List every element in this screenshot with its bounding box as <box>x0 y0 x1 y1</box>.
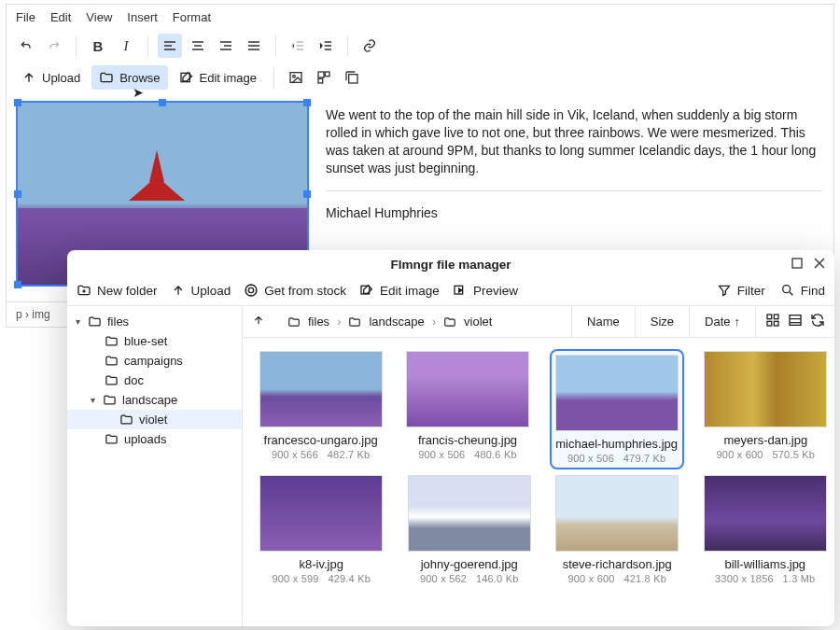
tree-node[interactable]: campaigns <box>67 351 242 371</box>
dialog-titlebar: Flmngr file manager <box>67 250 834 279</box>
resize-handle[interactable] <box>159 99 166 106</box>
align-right-button[interactable] <box>214 34 238 58</box>
get-from-stock-button[interactable]: Get from stock <box>244 283 346 298</box>
svg-rect-1 <box>290 73 301 83</box>
file-card-selected[interactable]: michael-humphries.jpg 900 x 506 479.7 Kb <box>552 351 682 468</box>
svg-rect-7 <box>792 259 802 268</box>
breadcrumb-path[interactable]: p › img <box>16 308 50 321</box>
article-author: Michael Humphries <box>326 204 822 222</box>
file-manager-dialog: Flmngr file manager New folder Upload Ge… <box>67 250 834 626</box>
edit-image-button[interactable]: Edit image <box>172 65 264 90</box>
menu-view[interactable]: View <box>86 10 112 24</box>
tree-node-violet[interactable]: violet <box>67 410 242 429</box>
crumb-item[interactable]: violet <box>464 315 492 329</box>
svg-rect-13 <box>767 315 772 319</box>
svg-rect-5 <box>318 78 323 83</box>
file-card[interactable]: meyers-dan.jpg 900 x 600 570.5 Kb <box>703 351 829 468</box>
upload-button-dialog[interactable]: Upload <box>171 283 231 298</box>
file-card[interactable]: johny-goerend.jpg 900 x 562 146.0 Kb <box>406 475 534 584</box>
align-left-button[interactable] <box>158 34 182 58</box>
menubar: File Edit View Insert Format <box>7 5 833 30</box>
align-center-button[interactable] <box>186 34 210 58</box>
menu-edit[interactable]: Edit <box>50 10 71 24</box>
edit-image-button-dialog[interactable]: Edit image <box>359 283 440 298</box>
breadcrumb-row: files › landscape › violet Name Size Dat… <box>243 306 834 338</box>
dialog-toolbar: New folder Upload Get from stock Edit im… <box>67 279 834 306</box>
browse-button[interactable]: Browse <box>91 65 167 90</box>
crumb-item[interactable]: files <box>308 315 329 329</box>
tree-node[interactable]: doc <box>67 371 242 390</box>
close-icon[interactable] <box>812 256 827 271</box>
arrow-up-icon: ↑ <box>735 315 741 329</box>
svg-point-12 <box>782 286 790 293</box>
resize-handle[interactable] <box>303 190 311 198</box>
align-justify-button[interactable] <box>242 34 266 58</box>
maximize-icon[interactable] <box>790 256 805 271</box>
file-grid: francesco-ungaro.jpg 900 x 566 482.7 Kb … <box>243 338 834 626</box>
svg-point-9 <box>245 285 257 296</box>
file-card[interactable]: bill-williams.jpg 3300 x 1856 1.3 Mb <box>702 475 830 584</box>
file-card[interactable]: francis-cheung.jpg 900 x 506 480.6 Kb <box>404 351 530 468</box>
resize-handle[interactable] <box>14 99 21 106</box>
resize-handle[interactable] <box>14 281 21 288</box>
svg-point-8 <box>249 287 254 292</box>
refresh-icon[interactable] <box>810 313 825 330</box>
svg-rect-14 <box>774 315 778 319</box>
upload-label: Upload <box>42 71 80 85</box>
thumbnail <box>704 475 827 552</box>
browse-label: Browse <box>119 71 160 85</box>
new-folder-button[interactable]: New folder <box>77 283 158 298</box>
menu-file[interactable]: File <box>16 10 35 24</box>
svg-rect-15 <box>767 321 772 326</box>
folder-tree: ▾files blue-set campaigns doc ▾landscape… <box>67 306 243 626</box>
italic-button[interactable]: I <box>114 34 138 58</box>
svg-point-2 <box>293 75 296 77</box>
thumbnail <box>555 355 679 431</box>
tree-node-files[interactable]: ▾files <box>67 312 242 331</box>
dialog-title: Flmngr file manager <box>390 258 511 272</box>
outdent-button[interactable] <box>286 34 310 58</box>
menu-format[interactable]: Format <box>173 10 211 24</box>
preview-button[interactable]: Preview <box>453 283 518 298</box>
crumb-item[interactable]: landscape <box>369 315 424 329</box>
folder-icon <box>443 315 456 329</box>
folder-icon <box>287 315 301 329</box>
gallery-icon[interactable] <box>312 65 336 90</box>
link-button[interactable] <box>357 34 382 58</box>
view-list-icon[interactable] <box>788 313 803 330</box>
sort-name-button[interactable]: Name <box>572 306 636 338</box>
nav-up-icon[interactable] <box>252 314 265 329</box>
insert-image-icon[interactable] <box>284 65 308 90</box>
find-button[interactable]: Find <box>780 283 825 298</box>
tree-node[interactable]: uploads <box>67 429 242 449</box>
upload-button[interactable]: Upload <box>14 65 88 90</box>
indent-button[interactable] <box>314 34 338 58</box>
redo-button[interactable] <box>42 34 66 58</box>
tree-node[interactable]: blue-set <box>67 331 242 351</box>
chevron-right-icon: › <box>337 315 341 329</box>
thumbnail <box>555 475 679 552</box>
divider <box>326 190 822 191</box>
file-card[interactable]: steve-richardson.jpg 900 x 600 421.8 Kb <box>553 475 681 584</box>
chevron-right-icon: › <box>432 315 436 329</box>
file-card[interactable]: k8-iv.jpg 900 x 599 429.4 Kb <box>258 475 385 584</box>
svg-rect-16 <box>774 321 778 326</box>
menu-insert[interactable]: Insert <box>127 10 158 24</box>
sort-size-button[interactable]: Size <box>636 306 690 338</box>
file-card[interactable]: francesco-ungaro.jpg 900 x 566 482.7 Kb <box>258 351 384 468</box>
view-grid-icon[interactable] <box>765 313 780 330</box>
sort-date-button[interactable]: Date ↑ <box>690 306 756 338</box>
resize-handle[interactable] <box>14 190 21 198</box>
thumbnail <box>259 351 383 427</box>
image-toolbar: Upload Browse Edit image <box>7 62 833 93</box>
images-stack-icon[interactable] <box>340 65 364 90</box>
tree-node-landscape[interactable]: ▾landscape <box>67 390 242 410</box>
undo-button[interactable] <box>14 34 38 58</box>
svg-rect-17 <box>790 315 801 326</box>
bold-button[interactable]: B <box>86 34 110 58</box>
format-toolbar: B I <box>7 30 833 62</box>
filter-button[interactable]: Filter <box>717 283 765 298</box>
svg-rect-6 <box>349 75 357 83</box>
article-paragraph: We went to the top of the main hill side… <box>326 106 822 177</box>
resize-handle[interactable] <box>303 99 311 106</box>
